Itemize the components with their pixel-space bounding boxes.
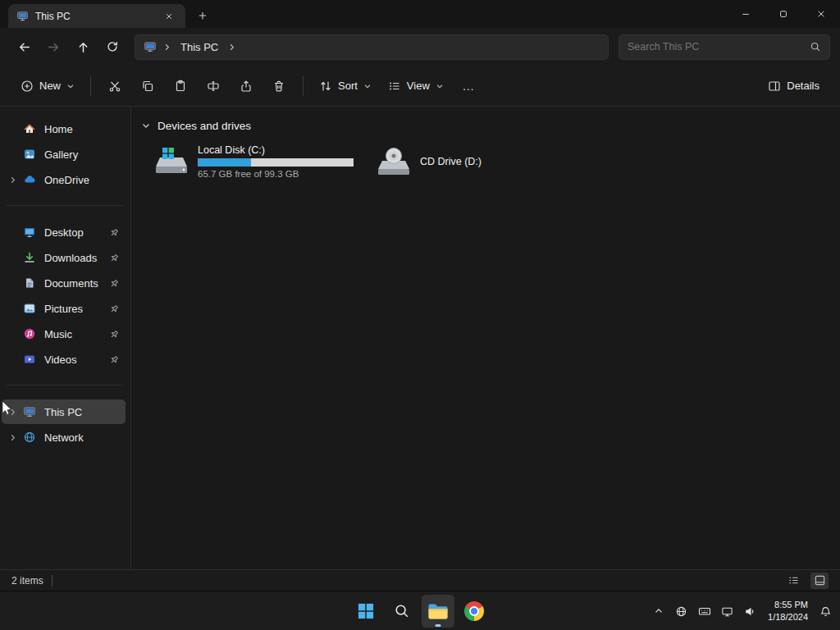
drive-local-disk-c[interactable]: Local Disk (C:) 65.7 GB free of 99.3 GB — [146, 138, 360, 185]
desktop-icon — [23, 226, 37, 239]
breadcrumb-this-pc[interactable]: This PC — [177, 39, 221, 55]
forward-button[interactable] — [39, 34, 67, 59]
cd-drive-icon — [375, 146, 413, 177]
tray-chevron-up-icon[interactable] — [647, 595, 669, 628]
paste-button[interactable] — [165, 72, 196, 100]
details-pane-button[interactable]: Details — [760, 74, 827, 98]
view-button[interactable]: View — [381, 74, 451, 98]
file-explorer-folder-icon — [427, 603, 449, 620]
rename-button[interactable] — [198, 72, 229, 100]
pin-icon — [109, 304, 121, 314]
navigation-bar: This PC — [0, 28, 840, 66]
downloads-icon — [23, 251, 37, 264]
sidebar-item-videos[interactable]: Videos — [2, 347, 126, 372]
copy-button[interactable] — [132, 72, 163, 100]
sidebar-item-documents[interactable]: Documents — [2, 271, 126, 295]
chevron-right-icon[interactable] — [2, 433, 23, 442]
toolbar-divider — [90, 76, 91, 96]
chevron-right-icon[interactable] — [2, 408, 23, 417]
new-button-label: New — [39, 80, 61, 92]
sidebar-separator — [7, 205, 124, 206]
sidebar-item-home[interactable]: Home — [2, 116, 126, 141]
status-bar: 2 items — [0, 569, 840, 591]
titlebar-drag-area[interactable] — [215, 0, 727, 28]
windows-logo-icon — [358, 603, 374, 619]
sidebar-item-pictures[interactable]: Pictures — [2, 296, 126, 321]
sidebar-item-gallery[interactable]: Gallery — [2, 142, 126, 167]
status-divider — [52, 575, 52, 587]
videos-icon — [23, 353, 37, 366]
tab-title: This PC — [35, 11, 154, 22]
pin-icon — [109, 354, 121, 365]
chevron-down-icon — [66, 82, 75, 90]
taskbar-chrome-button[interactable] — [458, 595, 491, 628]
drive-name: CD Drive (D:) — [420, 156, 482, 167]
file-explorer-window: This PC — [0, 0, 840, 591]
tray-network-globe-icon[interactable] — [670, 595, 692, 628]
pin-icon — [109, 329, 121, 340]
plus-circle-icon — [21, 80, 34, 93]
pin-icon — [109, 278, 121, 289]
sidebar-item-onedrive[interactable]: OneDrive — [2, 167, 126, 192]
new-button[interactable]: New — [13, 74, 82, 98]
more-options-button[interactable]: … — [453, 72, 484, 100]
documents-icon — [23, 276, 37, 290]
taskbar-clock[interactable]: 8:55 PM 1/18/2024 — [762, 599, 814, 623]
view-button-label: View — [407, 80, 430, 92]
details-button-label: Details — [787, 80, 819, 92]
chevron-down-icon — [436, 82, 444, 90]
maximize-button[interactable] — [765, 0, 802, 28]
command-bar: New Sort — [0, 66, 840, 107]
up-button[interactable] — [69, 34, 97, 59]
search-box[interactable] — [619, 34, 830, 60]
details-view-toggle-icon[interactable] — [784, 573, 802, 589]
cut-button[interactable] — [99, 72, 130, 100]
pin-icon — [109, 253, 121, 263]
disk-usage-fill — [198, 158, 251, 167]
notification-bell-icon[interactable] — [815, 595, 837, 628]
tab-close-icon[interactable] — [161, 8, 177, 25]
back-button[interactable] — [10, 34, 38, 59]
new-tab-button[interactable] — [190, 5, 215, 26]
chevron-right-icon — [162, 43, 171, 52]
this-pc-icon — [16, 10, 29, 22]
share-button[interactable] — [231, 72, 262, 100]
minimize-button[interactable] — [727, 0, 765, 28]
start-button[interactable] — [349, 595, 382, 628]
delete-button[interactable] — [263, 72, 294, 100]
toolbar-divider — [303, 76, 304, 96]
section-devices-and-drives[interactable]: Devices and drives — [139, 116, 840, 135]
refresh-button[interactable] — [98, 34, 126, 59]
search-input[interactable] — [628, 41, 805, 52]
sidebar-item-downloads[interactable]: Downloads — [2, 245, 126, 270]
close-button[interactable] — [802, 0, 840, 28]
sort-button[interactable]: Sort — [312, 74, 379, 98]
sidebar-item-network[interactable]: Network — [2, 425, 126, 450]
sidebar-item-music[interactable]: Music — [2, 322, 126, 346]
tray-touch-keyboard-icon[interactable] — [693, 595, 715, 628]
chevron-down-icon[interactable] — [141, 121, 151, 130]
tray-monitor-icon[interactable] — [716, 595, 738, 628]
sidebar-item-desktop[interactable]: Desktop — [2, 220, 126, 244]
titlebar: This PC — [0, 0, 840, 28]
tray-volume-icon[interactable] — [739, 595, 761, 628]
chevron-right-icon[interactable] — [2, 176, 23, 185]
onedrive-cloud-icon — [23, 173, 37, 186]
section-header-label: Devices and drives — [158, 120, 251, 132]
tab-this-pc[interactable]: This PC — [8, 4, 185, 28]
music-icon — [23, 327, 37, 340]
pictures-icon — [23, 302, 37, 315]
taskbar-search-button[interactable] — [386, 595, 418, 628]
drive-free-space: 65.7 GB free of 99.3 GB — [198, 169, 354, 179]
taskbar-file-explorer-button[interactable] — [422, 595, 454, 628]
drive-cd-d[interactable]: CD Drive (D:) — [368, 138, 488, 185]
clock-date: 1/18/2024 — [768, 611, 808, 623]
sidebar-item-this-pc[interactable]: This PC — [2, 399, 126, 424]
network-globe-icon — [23, 431, 37, 444]
address-bar[interactable]: This PC — [135, 34, 609, 60]
hard-drive-icon — [153, 146, 190, 177]
search-icon[interactable] — [810, 41, 821, 52]
sort-arrows-icon — [319, 80, 332, 93]
this-pc-icon — [23, 405, 37, 418]
thumbnail-view-toggle-icon[interactable] — [810, 573, 829, 589]
